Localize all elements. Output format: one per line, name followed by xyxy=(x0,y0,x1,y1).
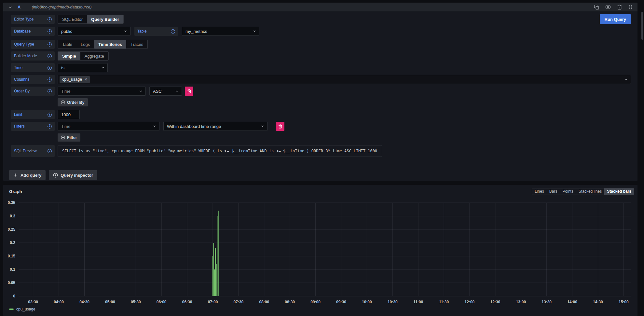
editor-type-sql-editor[interactable]: SQL Editor xyxy=(58,15,87,23)
filters-row: Filters i Time Within dashboard time ran… xyxy=(11,122,631,131)
chevron-down-icon xyxy=(624,77,628,81)
query-type-table[interactable]: Table xyxy=(58,40,76,48)
chevron-down-icon xyxy=(153,124,157,128)
y-tick-label: 0 xyxy=(13,294,15,298)
time-column-select[interactable]: ts xyxy=(58,63,108,72)
bar-cpu_usage-07:02 xyxy=(214,269,215,296)
builder-mode-simple[interactable]: Simple xyxy=(58,52,80,60)
graph-mode-stacked-bars[interactable]: Stacked bars xyxy=(604,188,634,195)
remove-order-by-button[interactable] xyxy=(185,87,193,96)
add-order-by-button[interactable]: Order By xyxy=(58,98,88,106)
limit-input[interactable] xyxy=(58,110,80,119)
graph-mode-lines[interactable]: Lines xyxy=(532,188,547,195)
x-tick-label: 10:30 xyxy=(388,300,398,304)
x-tick-label: 04:30 xyxy=(79,300,89,304)
columns-row: Columns i cpu_usage ✕ xyxy=(11,75,631,84)
x-tick-label: 12:00 xyxy=(465,300,475,304)
y-tick-label: 0.15 xyxy=(8,254,16,258)
drag-handle-icon[interactable] xyxy=(628,5,633,9)
x-tick-label: 09:00 xyxy=(310,300,321,304)
builder-mode-toggle: Simple Aggregate xyxy=(58,51,109,61)
x-tick-label: 11:30 xyxy=(439,300,449,304)
editor-type-query-builder[interactable]: Query Builder xyxy=(87,15,123,23)
query-header: A (info8fcc-greptimedb-datasource) xyxy=(3,3,637,11)
y-tick-label: 0.05 xyxy=(8,281,16,285)
database-label: Database i xyxy=(11,27,55,36)
x-tick-label: 07:30 xyxy=(234,300,244,304)
builder-mode-aggregate[interactable]: Aggregate xyxy=(80,52,108,60)
bar-cpu_usage-07:00 xyxy=(212,256,213,296)
query-inspector-button[interactable]: Query inspector xyxy=(49,170,97,180)
info-icon[interactable]: i xyxy=(48,66,52,70)
run-query-button[interactable]: Run Query xyxy=(600,14,631,24)
trash-icon xyxy=(278,124,282,129)
graph-mode-stacked-lines[interactable]: Stacked lines xyxy=(576,188,604,195)
delete-query-trash-icon[interactable] xyxy=(617,5,622,10)
bar-cpu_usage-07:04 xyxy=(216,264,216,296)
filter-column-select[interactable]: Time xyxy=(58,122,159,131)
remove-column-icon[interactable]: ✕ xyxy=(84,77,87,82)
builder-mode-row: Builder Mode i Simple Aggregate xyxy=(11,51,631,61)
graph-panel-title: Graph xyxy=(7,189,22,194)
x-tick-label: 06:30 xyxy=(182,300,192,304)
collapse-chevron-icon[interactable] xyxy=(8,5,12,9)
x-tick-label: 08:30 xyxy=(285,300,295,304)
filter-condition-select[interactable]: Within dashboard time range xyxy=(163,122,267,131)
editor-type-toggle: SQL Editor Query Builder xyxy=(58,15,124,24)
limit-label: Limit i xyxy=(11,110,55,119)
y-tick-label: 0.35 xyxy=(8,200,16,205)
x-tick-label: 05:00 xyxy=(105,300,115,304)
x-tick-label: 04:00 xyxy=(54,300,64,304)
chevron-down-icon xyxy=(261,124,265,128)
query-ref-id[interactable]: A xyxy=(18,5,21,9)
graph-panel: Graph LinesBarsPointsStacked linesStacke… xyxy=(3,185,637,316)
remove-filter-button[interactable] xyxy=(276,122,284,131)
add-query-button[interactable]: Add query xyxy=(9,170,46,180)
builder-mode-label: Builder Mode i xyxy=(11,51,55,61)
info-icon[interactable]: i xyxy=(171,29,175,34)
bar-cpu_usage-07:05 xyxy=(217,216,217,296)
graph-mode-points[interactable]: Points xyxy=(560,188,576,195)
order-by-column-select[interactable]: Time xyxy=(58,87,146,96)
page-scrollbar[interactable] xyxy=(641,12,643,40)
add-filter-button[interactable]: Filter xyxy=(58,133,80,142)
query-type-time-series[interactable]: Time Series xyxy=(94,40,126,48)
hide-query-eye-icon[interactable] xyxy=(605,4,611,10)
chevron-down-icon xyxy=(101,66,105,70)
y-tick-label: 0.2 xyxy=(10,240,15,245)
order-by-direction-select[interactable]: ASC xyxy=(149,87,182,96)
query-footer: Add query Query inspector xyxy=(7,166,97,180)
info-icon[interactable]: i xyxy=(48,42,52,47)
graph-mode-bars[interactable]: Bars xyxy=(547,188,560,195)
info-icon[interactable]: i xyxy=(48,113,52,117)
query-editor-panel: A (info8fcc-greptimedb-datasource) Edito… xyxy=(3,3,637,181)
info-icon[interactable]: i xyxy=(48,124,52,129)
database-select[interactable]: public xyxy=(58,27,130,36)
query-type-row: Query Type i Table Logs Time Series Trac… xyxy=(11,40,631,49)
table-label: Table i xyxy=(134,27,178,36)
chevron-down-icon xyxy=(253,29,256,33)
bar-cpu_usage-07:03 xyxy=(215,248,216,296)
duplicate-query-icon[interactable] xyxy=(594,5,599,10)
info-icon[interactable]: i xyxy=(48,54,52,58)
order-by-label: Order By i xyxy=(11,87,55,96)
x-tick-label: 14:00 xyxy=(567,300,577,304)
x-tick-label: 08:00 xyxy=(259,300,269,304)
info-icon[interactable]: i xyxy=(48,17,52,21)
query-type-logs[interactable]: Logs xyxy=(76,40,94,48)
y-tick-label: 0.3 xyxy=(10,214,15,218)
info-icon[interactable]: i xyxy=(48,89,52,93)
graph-mode-toggle: LinesBarsPointsStacked linesStacked bars xyxy=(532,188,634,195)
x-tick-label: 07:00 xyxy=(208,300,218,304)
columns-multiselect[interactable]: cpu_usage ✕ xyxy=(58,75,631,84)
limit-row: Limit i xyxy=(11,110,631,119)
info-icon[interactable]: i xyxy=(48,149,52,153)
table-select[interactable]: my_metrics xyxy=(182,27,259,36)
add-order-by-row: Order By xyxy=(11,98,631,107)
query-type-traces[interactable]: Traces xyxy=(126,40,147,48)
legend-item-cpu-usage[interactable]: cpu_usage xyxy=(7,307,35,311)
x-tick-label: 03:30 xyxy=(28,300,38,304)
info-icon[interactable]: i xyxy=(48,77,52,82)
sql-preview-label: SQL Preview i xyxy=(11,145,55,157)
info-icon[interactable]: i xyxy=(48,29,52,34)
